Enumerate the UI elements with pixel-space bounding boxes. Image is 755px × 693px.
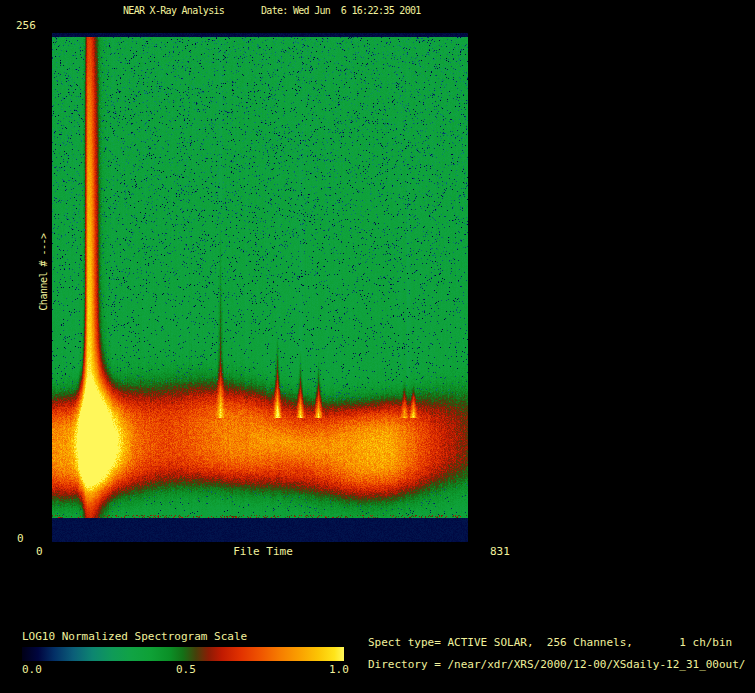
x-axis-max-label: 831 <box>490 546 510 558</box>
directory-info: Directory = /near/xdr/XRS/2000/12-00/XSd… <box>368 659 746 671</box>
spect-type-info: Spect type= ACTIVE SOLAR, 256 Channels, … <box>368 637 732 649</box>
x-axis-title: File Time <box>233 546 293 558</box>
page-title: NEAR X-Ray Analysis <box>123 5 224 17</box>
y-axis-title: Channel # ---> <box>38 233 50 310</box>
colorbar-tick-max: 1.0 <box>329 664 349 676</box>
colorbar-title: LOG10 Normalized Spectrogram Scale <box>22 631 247 643</box>
spectrogram-plot <box>52 33 468 542</box>
x-axis-min-label: 0 <box>36 546 43 558</box>
colorbar-tick-min: 0.0 <box>22 664 42 676</box>
near-xray-analysis-window: NEAR X-Ray Analysis Date: Wed Jun 6 16:2… <box>0 0 755 693</box>
y-axis-max-label: 256 <box>16 20 36 32</box>
date-label: Date: Wed Jun 6 16:22:35 2001 <box>261 5 421 17</box>
y-axis-min-label: 0 <box>17 533 24 545</box>
colorbar-gradient <box>22 647 344 661</box>
colorbar-tick-mid: 0.5 <box>176 664 196 676</box>
